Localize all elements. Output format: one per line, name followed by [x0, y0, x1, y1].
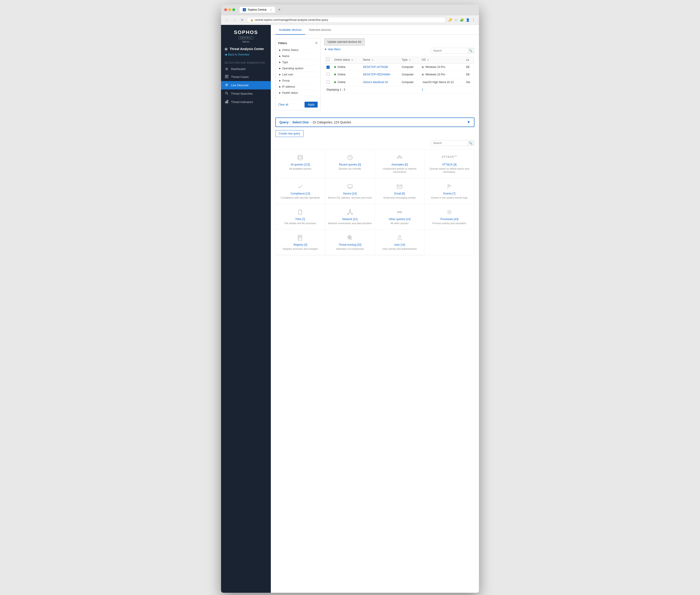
row-checkbox[interactable]: ✓	[324, 64, 332, 71]
row-name: Gloria's MacBook Air	[361, 78, 399, 86]
category-other-queries[interactable]: Other queries [14] All other queries	[375, 204, 425, 230]
query-dropdown-arrow-icon: ▼	[467, 120, 470, 124]
tab-selected-devices[interactable]: Selected devices	[305, 25, 335, 35]
sidebar-logo: SOPHOS CENTRAL Admin	[221, 25, 271, 45]
row-last: DE	[464, 70, 475, 78]
filter-health-status[interactable]: ▶ Health status	[278, 90, 318, 96]
category-recent-queries[interactable]: Recent queries [0] Queries run recently	[325, 149, 375, 178]
new-tab-button[interactable]: +	[278, 7, 281, 12]
col-type[interactable]: Type ⇅	[399, 56, 420, 64]
attck-icon: ATT&CK™	[442, 154, 457, 161]
category-anomalies[interactable]: Anomalies [0] Unexpected activity or net…	[375, 149, 425, 178]
filter-last-user[interactable]: ▶ Last user	[278, 72, 318, 78]
devices-search-button[interactable]: 🔍	[467, 48, 474, 53]
filter-arrow-icon: ▶	[279, 73, 281, 76]
col-online-status[interactable]: Online status ⇅	[332, 56, 361, 64]
processes-title: Processes [43]	[440, 218, 458, 221]
close-window-button[interactable]	[224, 8, 227, 11]
events-desc: Events in the system events logs	[431, 196, 467, 199]
devices-search: 🔍	[431, 48, 475, 54]
category-threat-hunting[interactable]: Threat hunting [20] Indicators of compro…	[325, 230, 375, 255]
category-user[interactable]: User [14] User activity and authenticati…	[375, 230, 425, 255]
events-title: Events [7]	[444, 192, 455, 195]
category-events[interactable]: Events [7] Events in the system events l…	[425, 178, 475, 204]
online-status-dot	[334, 81, 336, 83]
sidebar-item-live-discover[interactable]: Live Discover	[221, 81, 271, 89]
device-name-link[interactable]: Gloria's MacBook Air	[363, 81, 388, 84]
page-link[interactable]: 1	[422, 88, 423, 91]
category-device[interactable]: Device [24] Device OS, patches, services…	[325, 178, 375, 204]
row-checkbox[interactable]	[324, 70, 332, 78]
table-row: Online DESKTOP-PEDAKMH Computer ⊞ Window…	[324, 70, 475, 78]
row-checkbox[interactable]	[324, 78, 332, 86]
filter-online-status[interactable]: ▶ Online Status	[278, 47, 318, 53]
attck-title: ATT&CK [9]	[442, 163, 457, 166]
query-search-button[interactable]: 🔍	[467, 140, 474, 146]
back-button[interactable]: ←	[224, 18, 230, 22]
forward-button[interactable]: →	[232, 18, 238, 22]
minimize-window-button[interactable]	[228, 8, 231, 11]
menu-icon[interactable]: ⋮	[471, 18, 476, 22]
filters-close-button[interactable]: ✕	[315, 41, 318, 45]
attck-desc: Queries based on attack tactics and tech…	[427, 167, 472, 174]
query-dropdown[interactable]: Query : Select One - 15 Categories, 123 …	[275, 117, 475, 127]
col-name[interactable]: Name ⇅	[361, 56, 399, 64]
tab-available-devices[interactable]: Available devices	[275, 25, 305, 35]
svg-rect-12	[226, 101, 227, 103]
other-icon	[396, 208, 403, 216]
user-title: User [14]	[394, 243, 405, 246]
tab-favicon: S	[243, 8, 246, 11]
address-bar[interactable]: 🔒 central.sophos.com/manage/threat-analy…	[247, 17, 446, 23]
update-selected-devices-button[interactable]: Update selected devices list	[324, 38, 365, 46]
clear-all-button[interactable]: Clear all	[278, 103, 288, 106]
row-status: Online	[332, 78, 361, 86]
category-files[interactable]: Files [7] File details and file accesses	[276, 204, 325, 230]
category-registry[interactable]: Registry [3] Registry accesses and chang…	[276, 230, 325, 255]
device-name-link[interactable]: DESKTOP-PEDAKMH	[363, 73, 390, 76]
sidebar-tac: ◎ Threat Analysis Center	[221, 45, 271, 52]
browser-tab[interactable]: S Sophos Central ✕	[240, 7, 275, 13]
table-row: ✓ Online DESKTOP-AVT6GBI Computer	[324, 64, 475, 71]
category-network[interactable]: Network [21] Network connections and dat…	[325, 204, 375, 230]
back-to-overview[interactable]: ◀ Back to Overview	[221, 52, 271, 58]
tab-close-button[interactable]: ✕	[270, 9, 272, 11]
sidebar-item-dashboard[interactable]: ⊞ Dashboard	[221, 65, 271, 73]
category-email[interactable]: Email [0] Email and messaging activity	[375, 178, 425, 204]
checkmark-icon	[297, 183, 303, 190]
query-search-input[interactable]	[431, 140, 467, 146]
device-name-link[interactable]: DESKTOP-AVT6GBI	[363, 65, 388, 68]
categories-grid: All queries [123] All available queries …	[275, 149, 475, 255]
svg-line-41	[351, 238, 352, 240]
maximize-window-button[interactable]	[232, 8, 235, 11]
category-processes[interactable]: Processes [43] Process activity and repu…	[425, 204, 475, 230]
sidebar-item-threat-searches[interactable]: Threat Searches	[221, 89, 271, 98]
query-select-text: Select One	[292, 120, 309, 124]
filter-operating-system[interactable]: ▶ Operating system	[278, 65, 318, 72]
row-status-text: Online	[338, 73, 345, 76]
category-compliance[interactable]: Compliance [13] Compliance with security…	[276, 178, 325, 204]
reload-button[interactable]: ↻	[240, 18, 245, 22]
create-new-query-button[interactable]: Create new query	[275, 130, 304, 137]
filter-name[interactable]: ▶ Name	[278, 53, 318, 59]
svg-line-30	[351, 213, 352, 214]
filter-group[interactable]: ▶ Group	[278, 78, 318, 84]
star-icon[interactable]: ☆	[454, 18, 458, 22]
hide-filters-button[interactable]: ▼ Hide filters	[324, 48, 341, 51]
sidebar-item-threat-cases[interactable]: Threat Cases	[221, 73, 271, 81]
displaying-text: Displaying 1 - 3	[324, 86, 420, 93]
lock-icon: 🔒	[250, 19, 253, 22]
select-all-checkbox[interactable]	[324, 56, 332, 64]
sidebar-item-threat-indicators[interactable]: Threat Indicators	[221, 98, 271, 106]
other-queries-title: Other queries [14]	[389, 218, 410, 221]
devices-search-input[interactable]	[431, 48, 467, 53]
extensions-icon[interactable]: 🧩	[459, 18, 464, 22]
apply-button[interactable]: Apply	[305, 102, 318, 108]
svg-rect-13	[227, 100, 228, 103]
filter-ip-address[interactable]: ▶ IP address	[278, 84, 318, 90]
profile-icon[interactable]: 👤	[465, 18, 470, 22]
sidebar-item-threat-cases-label: Threat Cases	[231, 75, 249, 79]
category-attck[interactable]: ATT&CK™ ATT&CK [9] Queries based on atta…	[425, 149, 475, 178]
category-all-queries[interactable]: All queries [123] All available queries	[276, 149, 325, 178]
filter-type[interactable]: ▶ Type	[278, 59, 318, 65]
col-os[interactable]: OS ⇅	[420, 56, 464, 64]
